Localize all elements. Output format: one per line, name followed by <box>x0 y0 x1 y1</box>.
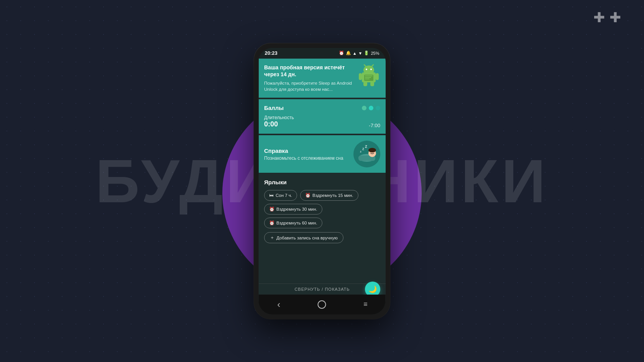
help-image: z z z <box>353 141 380 167</box>
shortcut-nap-30[interactable]: ⏰ Вздремнуть 30 мин. <box>264 204 322 215</box>
score-dot-1 <box>362 106 366 110</box>
phone-body: 20:23 ⏰ 🔔 ▲ ▼ 🔋 25% Ваша пробная версия … <box>254 43 390 319</box>
svg-rect-11 <box>365 75 373 76</box>
shortcuts-section: Ярлыки 🛏 Сон 7 ч. ⏰ Вздремнуть 15 мин. ⏰ <box>259 174 386 282</box>
svg-rect-7 <box>376 73 379 80</box>
score-title: Баллы <box>264 105 284 111</box>
help-card[interactable]: Справка Познакомьтесь с отслеживанием сн… <box>259 135 386 173</box>
svg-rect-13 <box>365 79 370 79</box>
score-dot-3 <box>376 106 380 110</box>
svg-point-3 <box>370 69 372 70</box>
sleep-icon: 🛏 <box>269 193 274 198</box>
shortcuts-title: Ярлыки <box>264 179 380 185</box>
add-sleep-record-button[interactable]: ＋ Добавить запись сна вручную <box>264 232 343 243</box>
nav-back-button[interactable]: ‹ <box>277 299 280 310</box>
plus-icon-1[interactable]: ✚ <box>593 11 605 25</box>
signal-icon: ▲ <box>353 51 357 56</box>
shortcut-sleep-7h[interactable]: 🛏 Сон 7 ч. <box>264 190 297 201</box>
svg-point-2 <box>366 69 367 70</box>
phone-wrapper: 20:23 ⏰ 🔔 ▲ ▼ 🔋 25% Ваша пробная версия … <box>254 43 390 319</box>
score-card[interactable]: Баллы Длительность 0:00 -7:00 <box>259 99 386 134</box>
collapse-show-label[interactable]: СВЕРНУТЬ / ПОКАЗАТЬ <box>264 287 380 292</box>
moon-icon: 🌙 <box>368 285 377 293</box>
alarm-nap-30-icon: ⏰ <box>269 206 274 212</box>
svg-rect-12 <box>365 77 371 78</box>
svg-rect-9 <box>370 82 374 86</box>
shortcut-nap-60[interactable]: ⏰ Вздремнуть 60 мин. <box>264 218 322 228</box>
svg-line-5 <box>372 65 373 66</box>
status-time: 20:23 <box>265 50 278 56</box>
trial-title: Ваша пробная версия истечёт через 14 дн. <box>264 64 353 78</box>
alarm-nap-60-icon: ⏰ <box>269 220 274 226</box>
wifi-icon: ▼ <box>358 51 363 56</box>
svg-point-1 <box>363 66 374 75</box>
help-title: Справка <box>264 147 350 154</box>
svg-text:z: z <box>365 144 367 149</box>
screen-content: Ваша пробная версия истечёт через 14 дн.… <box>259 59 386 295</box>
svg-rect-6 <box>359 73 362 80</box>
svg-point-18 <box>368 148 376 152</box>
shortcut-sleep-7h-label: Сон 7 ч. <box>276 193 292 198</box>
svg-text:z: z <box>360 150 361 153</box>
svg-text:z: z <box>362 147 364 151</box>
svg-line-4 <box>364 65 366 66</box>
add-sleep-record-label: Добавить запись сна вручную <box>276 236 338 240</box>
svg-rect-8 <box>363 82 367 86</box>
alarm-nap-15-icon: ⏰ <box>305 193 310 198</box>
nav-home-button[interactable] <box>318 300 326 309</box>
duration-label: Длительность <box>264 115 294 120</box>
shortcut-nap-30-label: Вздремнуть 30 мин. <box>276 207 317 211</box>
fab-moon-button[interactable]: 🌙 <box>365 282 380 295</box>
score-dot-2 <box>369 106 373 110</box>
trial-text: Ваша пробная версия истечёт через 14 дн.… <box>264 64 353 93</box>
status-bar: 20:23 ⏰ 🔔 ▲ ▼ 🔋 25% <box>259 48 386 59</box>
alarm-icon: ⏰ <box>339 51 344 56</box>
plus-icon-2[interactable]: ✚ <box>610 11 621 25</box>
phone-screen: 20:23 ⏰ 🔔 ▲ ▼ 🔋 25% Ваша пробная версия … <box>259 48 386 314</box>
score-details: Длительность 0:00 -7:00 <box>264 115 380 128</box>
trial-description: Пожалуйста, приобретите Sleep as Android… <box>264 80 353 92</box>
score-header: Баллы <box>264 105 380 111</box>
android-mascot-icon <box>357 64 380 87</box>
notification-icon: 🔔 <box>346 51 351 56</box>
android-mascot-container <box>357 64 380 87</box>
shortcut-nap-60-label: Вздремнуть 60 мин. <box>276 221 317 225</box>
plus-icons-container: ✚ ✚ <box>593 11 621 25</box>
shortcut-nap-15[interactable]: ⏰ Вздремнуть 15 мин. <box>300 190 358 201</box>
trial-banner[interactable]: Ваша пробная версия истечёт через 14 дн.… <box>259 59 386 98</box>
help-text: Справка Познакомьтесь с отслеживанием сн… <box>264 147 350 161</box>
shortcuts-grid: 🛏 Сон 7 ч. ⏰ Вздремнуть 15 мин. ⏰ Вздрем… <box>264 190 380 228</box>
status-icons: ⏰ 🔔 ▲ ▼ 🔋 25% <box>339 51 380 56</box>
bottom-bar: СВЕРНУТЬ / ПОКАЗАТЬ 🌙 <box>259 283 386 295</box>
duration-value: 0:00 <box>264 120 294 128</box>
help-description: Познакомьтесь с отслеживанием сна <box>264 156 350 161</box>
sleeping-person-icon: z z z <box>354 142 379 167</box>
battery-percent: 25% <box>371 51 379 56</box>
add-icon: ＋ <box>270 235 274 241</box>
score-value: -7:00 <box>369 123 380 128</box>
score-dots <box>362 106 380 110</box>
nav-bar: ‹ ≡ <box>259 295 386 314</box>
nav-menu-button[interactable]: ≡ <box>363 300 367 308</box>
battery-icon: 🔋 <box>364 51 369 56</box>
shortcut-nap-15-label: Вздремнуть 15 мин. <box>312 193 353 198</box>
